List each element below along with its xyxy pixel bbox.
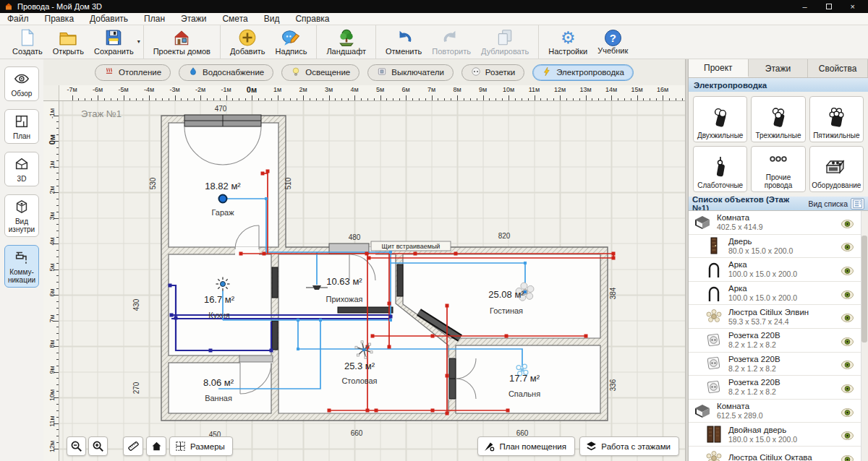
wire-card-dots[interactable]: Прочие провода (751, 146, 805, 192)
wire-node[interactable] (388, 302, 391, 306)
sidebar-item-house3d[interactable]: 3D (4, 152, 39, 186)
toolbar-note-button[interactable]: Надпись (271, 25, 312, 59)
menu-item-1[interactable]: Правка (45, 14, 75, 24)
wire-card-cable5[interactable]: Пятижильные (809, 96, 864, 142)
wire-node[interactable] (414, 252, 417, 256)
wire-node[interactable] (446, 304, 449, 308)
wire-node[interactable] (612, 257, 616, 260)
wire-node[interactable] (431, 335, 435, 338)
toolbar-tree-button[interactable]: Ландшафт (321, 25, 371, 59)
list-item[interactable]: Розетка 220В8.2 x 1.2 x 8.2 (689, 376, 868, 400)
wire-node[interactable] (371, 335, 375, 338)
floor-plan-drawing[interactable]: Щит встраиваемый 18.82 м²Гараж16.7 м²Кух… (59, 101, 685, 461)
floors-button[interactable]: Работа с этажами (579, 436, 679, 456)
measure-tool-button[interactable] (123, 436, 143, 456)
room-bathroom[interactable] (169, 363, 271, 413)
visibility-eye-icon[interactable] (841, 241, 854, 250)
visibility-eye-icon[interactable] (841, 383, 854, 392)
visibility-eye-icon[interactable] (841, 312, 854, 321)
list-item[interactable]: Двойная дверь180.0 x 15.0 x 200.0 (689, 423, 868, 447)
visibility-eye-icon[interactable] (841, 336, 854, 345)
menu-item-6[interactable]: Вид (264, 14, 280, 24)
wire-node[interactable] (375, 409, 378, 413)
wire-node[interactable] (209, 349, 213, 353)
mode-chip-light[interactable]: Освещение (281, 64, 359, 81)
sidebar-item-plan[interactable]: План (4, 109, 39, 144)
close-button[interactable]: × (851, 3, 855, 10)
list-scrollbar-thumb[interactable] (861, 236, 867, 342)
wire-node[interactable] (174, 316, 178, 320)
room-kitchen[interactable] (169, 254, 271, 356)
wire-node[interactable] (239, 252, 243, 256)
light-fixture-spot[interactable] (216, 277, 230, 291)
room-plan-button[interactable]: План помещения (477, 436, 575, 456)
wire-node[interactable] (388, 345, 391, 349)
visibility-eye-icon[interactable] (841, 359, 854, 368)
wire-node[interactable] (389, 251, 392, 254)
list-item[interactable]: Люстра Citilux Элвин59.3 x 53.7 x 24.4 (689, 305, 868, 329)
visibility-eye-icon[interactable] (841, 289, 854, 298)
menu-item-2[interactable]: Добавить (90, 14, 128, 24)
visibility-eye-icon[interactable] (841, 407, 854, 415)
maximize-button[interactable] (826, 4, 832, 9)
wire-node[interactable] (297, 348, 299, 350)
wire-node[interactable] (328, 409, 331, 413)
wire-node[interactable] (367, 257, 371, 260)
visibility-eye-icon[interactable] (841, 430, 854, 439)
mode-chip-bolt[interactable]: Электропроводка (532, 64, 634, 81)
wire-node[interactable] (265, 197, 268, 200)
home-view-button[interactable] (146, 436, 166, 456)
wire-node[interactable] (389, 315, 393, 319)
list-item[interactable]: Арка100.0 x 15.0 x 200.0 (689, 258, 868, 282)
wire-node[interactable] (263, 252, 266, 256)
tab-2[interactable]: Свойства (808, 59, 868, 77)
light-fixture-dot[interactable] (219, 195, 227, 203)
wire-node[interactable] (506, 409, 510, 413)
toolbar-houses-button[interactable]: Проекты домов (148, 25, 216, 59)
list-item[interactable]: Комната402.5 x 414.9 (689, 211, 868, 235)
wire-node[interactable] (505, 335, 509, 338)
toolbar-help-button[interactable]: ?Учебник (592, 25, 633, 59)
wire-node[interactable] (365, 252, 369, 256)
menu-item-7[interactable]: Справка (295, 14, 329, 24)
tab-1[interactable]: Этажи (749, 59, 809, 77)
list-scrollbar[interactable] (861, 211, 868, 461)
toolbar-gear-button[interactable]: ⚙Настройки (543, 25, 592, 59)
floor-plan-canvas[interactable]: Щит встраиваемый 18.82 м²Гараж16.7 м²Кух… (59, 101, 685, 461)
mode-chip-water[interactable]: Водоснабжение (179, 64, 273, 81)
mode-chip-heat[interactable]: Отопление (95, 64, 171, 81)
wire-node[interactable] (297, 319, 299, 322)
menu-item-0[interactable]: Файл (7, 14, 29, 24)
wire-node[interactable] (270, 349, 273, 353)
sidebar-item-eye[interactable]: Обзор (4, 66, 39, 101)
list-item[interactable]: Арка100.0 x 15.0 x 200.0 (689, 282, 868, 306)
visibility-eye-icon[interactable] (841, 218, 854, 227)
toolbar-plus-button[interactable]: Добавить (225, 25, 271, 59)
wire-node[interactable] (584, 335, 588, 338)
wire-node[interactable] (366, 409, 370, 413)
wire-node[interactable] (446, 374, 449, 378)
wire-node[interactable] (266, 170, 270, 173)
minimize-button[interactable]: – (802, 3, 807, 10)
wire-node[interactable] (524, 262, 527, 264)
wire-node[interactable] (170, 314, 174, 317)
visibility-eye-icon[interactable] (841, 265, 854, 274)
zoom-in-button[interactable] (88, 436, 108, 456)
list-view-button[interactable] (851, 198, 864, 210)
list-item[interactable]: Розетка 220В8.2 x 1.2 x 8.2 (689, 329, 868, 353)
sidebar-item-inside[interactable]: Вид изнутри (4, 194, 39, 237)
wire-card-cable2[interactable]: Двухжильные (693, 96, 747, 142)
toolbar-save-button[interactable]: ▾Сохранить (89, 25, 139, 59)
wire-node[interactable] (261, 172, 265, 176)
wire-card-cable1[interactable]: Слаботочные (693, 146, 747, 192)
mode-chip-socketchip[interactable]: Розетки (461, 64, 524, 81)
wire-node[interactable] (612, 252, 616, 256)
save-dropdown-caret[interactable]: ▾ (137, 38, 140, 45)
wire-node[interactable] (431, 409, 435, 413)
wire-node[interactable] (319, 319, 322, 322)
menu-item-3[interactable]: План (144, 14, 165, 24)
toolbar-doc-button[interactable]: Создать (7, 25, 48, 59)
mode-chip-switch[interactable]: Выключатели (367, 64, 454, 81)
list-item[interactable]: Люстра Citilux Октава (689, 447, 868, 461)
visibility-eye-icon[interactable] (841, 454, 854, 461)
